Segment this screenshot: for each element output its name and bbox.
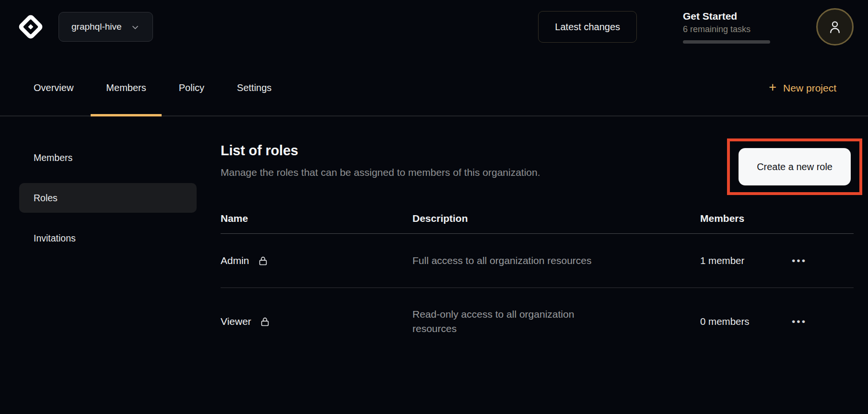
hive-logo[interactable] — [17, 13, 45, 41]
latest-changes-button[interactable]: Latest changes — [538, 11, 637, 43]
get-started-subtitle: 6 remaining tasks — [683, 24, 772, 34]
role-description: Full access to all organization resource… — [412, 253, 700, 268]
org-selector-label: graphql-hive — [71, 22, 122, 32]
roles-table: Name Description Members Admin Full acce… — [221, 203, 854, 355]
role-members-count: 0 members — [700, 316, 789, 327]
org-selector[interactable]: graphql-hive — [59, 12, 153, 42]
roles-panel: List of roles Manage the roles that can … — [221, 143, 854, 414]
column-header-name: Name — [221, 213, 412, 224]
members-sidebar: Members Roles Invitations — [19, 143, 197, 414]
lock-icon — [259, 316, 270, 328]
org-tab-bar: Overview Members Policy Settings + New p… — [0, 54, 868, 116]
top-bar: graphql-hive Latest changes Get Started … — [0, 0, 868, 54]
role-name: Admin — [221, 255, 249, 266]
row-actions-button[interactable]: ••• — [789, 314, 809, 329]
table-header-row: Name Description Members — [221, 203, 854, 234]
content-area: Members Roles Invitations List of roles … — [0, 116, 868, 414]
get-started-widget[interactable]: Get Started 6 remaining tasks — [683, 11, 772, 44]
tab-policy[interactable]: Policy — [164, 60, 220, 115]
chevron-down-icon — [130, 23, 140, 32]
row-actions-button[interactable]: ••• — [789, 253, 809, 268]
sidebar-item-roles[interactable]: Roles — [19, 183, 197, 213]
tab-settings[interactable]: Settings — [222, 60, 287, 115]
new-project-label: New project — [783, 82, 836, 94]
create-new-role-button[interactable]: Create a new role — [739, 148, 851, 185]
user-avatar[interactable] — [816, 8, 854, 46]
role-name: Viewer — [221, 316, 251, 327]
tab-overview[interactable]: Overview — [18, 60, 89, 115]
lock-icon — [258, 255, 269, 267]
tab-members[interactable]: Members — [91, 60, 161, 115]
get-started-progress-bar — [683, 40, 770, 44]
column-header-members: Members — [700, 213, 789, 224]
role-description: Read-only access to all organization res… — [412, 307, 700, 336]
sidebar-item-members[interactable]: Members — [19, 143, 197, 172]
role-members-count: 1 member — [700, 255, 789, 266]
person-icon — [827, 18, 843, 35]
table-row-viewer: Viewer Read-only access to all organizat… — [221, 288, 854, 355]
new-project-button[interactable]: + New project — [766, 81, 839, 94]
column-header-description: Description — [412, 213, 700, 224]
plus-icon: + — [769, 81, 776, 94]
table-row-admin: Admin Full access to all organization re… — [221, 234, 854, 288]
annotation-highlight-box: Create a new role — [727, 138, 862, 195]
get-started-title: Get Started — [683, 11, 772, 22]
hive-logo-icon — [17, 13, 45, 41]
sidebar-item-invitations[interactable]: Invitations — [19, 223, 197, 253]
